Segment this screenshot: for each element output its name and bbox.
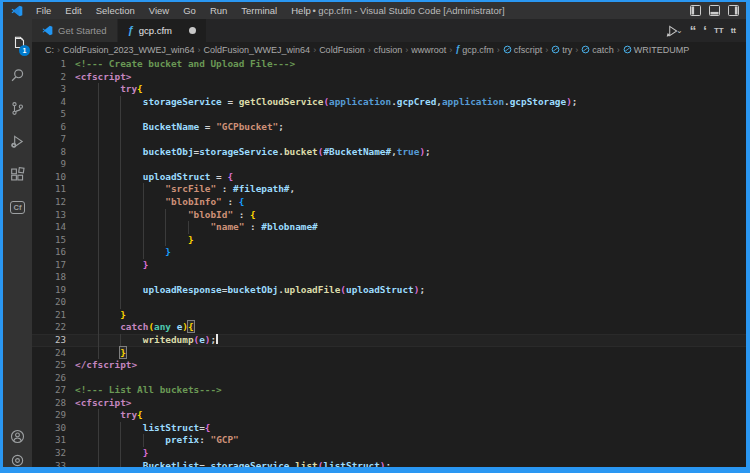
code-line-18[interactable]: 18: [32, 271, 746, 284]
code-line-20[interactable]: 20: [32, 296, 746, 309]
double-quote-icon[interactable]: “: [690, 26, 697, 36]
code-editor[interactable]: 1<!--- Create bucket and Upload File--->…: [32, 57, 746, 467]
code-line-26[interactable]: 26: [32, 372, 746, 385]
code-line-17[interactable]: 17 }: [32, 259, 746, 272]
line-number[interactable]: 11: [32, 183, 66, 196]
breadcrumb-item-c-[interactable]: C:: [45, 45, 54, 55]
line-number[interactable]: 14: [32, 221, 66, 234]
breadcrumb-item-cfusion[interactable]: cfusion: [374, 45, 403, 55]
code-line-5[interactable]: 5: [32, 108, 746, 121]
line-number[interactable]: 10: [32, 171, 66, 184]
run-and-debug-icon[interactable]: [3, 125, 32, 158]
line-number[interactable]: 7: [32, 133, 66, 146]
line-number[interactable]: 8: [32, 146, 66, 159]
code-line-21[interactable]: 21 }: [32, 309, 746, 322]
code-line-4[interactable]: 4 storageService = getCloudService(appli…: [32, 96, 746, 109]
line-number[interactable]: 18: [32, 271, 66, 284]
line-number[interactable]: 20: [32, 296, 66, 309]
menu-selection[interactable]: Selection: [89, 2, 142, 19]
line-number[interactable]: 33: [32, 460, 66, 468]
line-number[interactable]: 16: [32, 246, 66, 259]
line-number[interactable]: 15: [32, 234, 66, 247]
lowercase-tt-icon[interactable]: tt: [731, 26, 736, 35]
toggle-panel-icon[interactable]: [709, 5, 720, 16]
breadcrumb-item-gcp-cfm[interactable]: ƒgcp.cfm: [455, 45, 494, 55]
line-number[interactable]: 19: [32, 284, 66, 297]
line-number[interactable]: 29: [32, 409, 66, 422]
code-line-12[interactable]: 12 "blobInfo" : {: [32, 196, 746, 209]
menu-view[interactable]: View: [142, 2, 176, 19]
breadcrumb-item-catch[interactable]: catch: [581, 45, 614, 55]
line-number[interactable]: 32: [32, 447, 66, 460]
breadcrumb-item-try[interactable]: try: [551, 45, 572, 55]
account-icon[interactable]: [3, 420, 32, 453]
breadcrumb-item-wwwroot[interactable]: wwwroot: [411, 45, 446, 55]
code-line-8[interactable]: 8 bucketObj=storageService.bucket(#Bucke…: [32, 146, 746, 159]
menu-edit[interactable]: Edit: [58, 2, 88, 19]
code-line-14[interactable]: 14 "name" : #blobname#: [32, 221, 746, 234]
run-code-icon[interactable]: ⌄: [666, 25, 683, 37]
menu-file[interactable]: File: [29, 2, 58, 19]
toggle-sidebar-icon[interactable]: [690, 5, 701, 16]
line-number[interactable]: 27: [32, 384, 66, 397]
menu-terminal[interactable]: Terminal: [234, 2, 284, 19]
modified-dot-icon[interactable]: [189, 27, 196, 34]
explorer-icon[interactable]: 1: [3, 26, 32, 59]
line-number[interactable]: 17: [32, 259, 66, 272]
code-line-7[interactable]: 7: [32, 133, 746, 146]
line-number[interactable]: 26: [32, 372, 66, 385]
line-number[interactable]: 3: [32, 83, 66, 96]
code-line-10[interactable]: 10 uploadStruct = {: [32, 171, 746, 184]
breadcrumb-item-coldfusion-2023-wwej-win64[interactable]: ColdFusion_2023_WWEJ_win64: [63, 45, 195, 55]
line-number[interactable]: 1: [32, 58, 66, 71]
breadcrumb-item-coldfusion-wwej-win64[interactable]: ColdFusion_WWEJ_win64: [204, 45, 311, 55]
line-number[interactable]: 6: [32, 121, 66, 134]
code-line-22[interactable]: 22 catch(any e){: [32, 321, 746, 334]
line-number[interactable]: 28: [32, 397, 66, 410]
single-quote-icon[interactable]: ‘: [703, 26, 707, 36]
breadcrumb-item-cfscript[interactable]: cfscript: [503, 45, 543, 55]
code-line-1[interactable]: 1<!--- Create bucket and Upload File--->: [32, 58, 746, 71]
tab-gcp-cfm[interactable]: ƒ gcp.cfm: [118, 19, 206, 42]
uppercase-tt-icon[interactable]: TT: [714, 26, 724, 35]
code-line-28[interactable]: 28<cfscript>: [32, 397, 746, 410]
line-number[interactable]: 22: [32, 321, 66, 334]
line-number[interactable]: 23: [32, 334, 66, 347]
extensions-icon[interactable]: [3, 158, 32, 191]
code-line-2[interactable]: 2<cfscript>: [32, 71, 746, 84]
code-line-23[interactable]: 23 writedump(e);: [32, 334, 746, 347]
code-line-6[interactable]: 6 BucketName = "GCPbucket";: [32, 121, 746, 134]
code-line-29[interactable]: 29 try{: [32, 409, 746, 422]
line-number[interactable]: 31: [32, 434, 66, 447]
tab-get-started[interactable]: Get Started: [32, 19, 118, 42]
menu-go[interactable]: Go: [176, 2, 203, 19]
breadcrumb-item-writedump[interactable]: WRITEDUMP: [623, 45, 690, 55]
line-number[interactable]: 21: [32, 309, 66, 322]
source-control-icon[interactable]: [3, 92, 32, 125]
line-number[interactable]: 2: [32, 71, 66, 84]
line-number[interactable]: 12: [32, 196, 66, 209]
code-line-25[interactable]: 25</cfscript>: [32, 359, 746, 372]
code-line-3[interactable]: 3 try{: [32, 83, 746, 96]
code-line-15[interactable]: 15 }: [32, 234, 746, 247]
code-line-11[interactable]: 11 "srcFile" : #filepath#,: [32, 183, 746, 196]
search-icon[interactable]: [3, 59, 32, 92]
line-number[interactable]: 5: [32, 108, 66, 121]
line-number[interactable]: 4: [32, 96, 66, 109]
code-line-31[interactable]: 31 prefix: "GCP": [32, 434, 746, 447]
code-line-13[interactable]: 13 "blobId" : {: [32, 209, 746, 222]
settings-gear-icon[interactable]: [3, 453, 32, 467]
code-line-27[interactable]: 27<!--- List All buckets--->: [32, 384, 746, 397]
breadcrumb-item-coldfusion[interactable]: ColdFusion: [319, 45, 365, 55]
code-line-16[interactable]: 16 }: [32, 246, 746, 259]
code-line-32[interactable]: 32 }: [32, 447, 746, 460]
menu-run[interactable]: Run: [203, 2, 234, 19]
line-number[interactable]: 24: [32, 347, 66, 360]
line-number[interactable]: 30: [32, 422, 66, 435]
menu-help[interactable]: Help: [284, 2, 318, 19]
code-line-30[interactable]: 30 listStruct={: [32, 422, 746, 435]
line-number[interactable]: 9: [32, 158, 66, 171]
line-number[interactable]: 13: [32, 209, 66, 222]
code-line-9[interactable]: 9: [32, 158, 746, 171]
line-number[interactable]: 25: [32, 359, 66, 372]
